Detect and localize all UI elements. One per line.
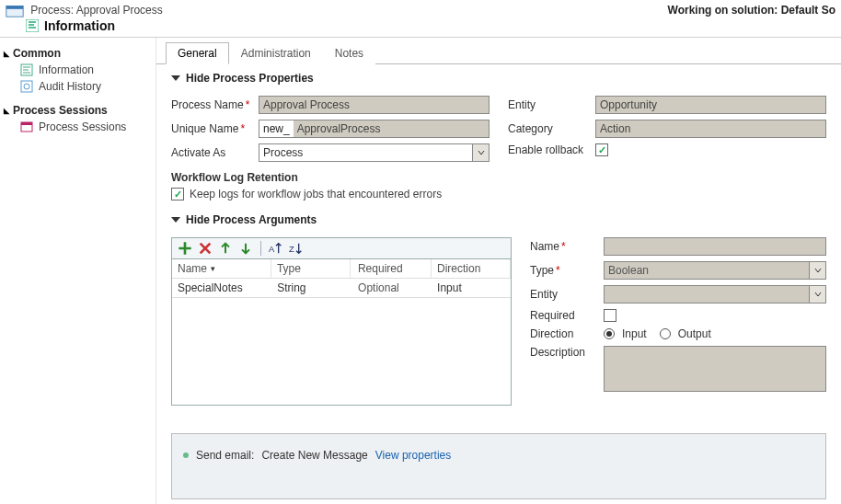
- tab-notes[interactable]: Notes: [323, 42, 375, 64]
- toggle-process-properties[interactable]: Hide Process Properties: [171, 72, 826, 85]
- chevron-down-icon: [809, 286, 825, 303]
- label-entity: Entity: [508, 98, 595, 111]
- label-category: Category: [508, 122, 595, 135]
- checkbox-enable-rollback[interactable]: [595, 143, 608, 156]
- sidebar-item-information[interactable]: Information: [4, 62, 152, 78]
- sidebar-section-sessions[interactable]: Process Sessions: [4, 104, 152, 117]
- svg-text:A: A: [269, 245, 275, 254]
- grid-header-type[interactable]: Type: [271, 259, 351, 278]
- grid-row[interactable]: SpecialNotes String Optional Input: [172, 279, 511, 298]
- svg-text:Z: Z: [289, 245, 294, 254]
- svg-rect-1: [6, 6, 23, 8]
- info-icon: [26, 19, 39, 32]
- toggle-process-arguments[interactable]: Hide Process Arguments: [171, 213, 826, 226]
- steps-panel[interactable]: Send email: Create New Message View prop…: [171, 433, 826, 499]
- move-up-button[interactable]: [218, 241, 233, 256]
- label-keep-logs: Keep logs for workflow jobs that encount…: [190, 188, 442, 200]
- grid-header-name[interactable]: Name: [172, 259, 271, 278]
- workflow-log-title: Workflow Log Retention: [171, 171, 826, 184]
- sort-desc-button[interactable]: Z: [289, 241, 304, 256]
- svg-rect-7: [21, 122, 32, 125]
- field-category: Action: [595, 120, 826, 138]
- arguments-grid[interactable]: Name Type Required Direction SpecialNote…: [171, 258, 512, 406]
- sidebar-item-process-sessions[interactable]: Process Sessions: [4, 119, 152, 135]
- sidebar-section-common[interactable]: Common: [4, 47, 152, 60]
- select-arg-type[interactable]: Boolean: [604, 261, 826, 280]
- step-prefix: Send email:: [196, 449, 254, 462]
- label-arg-direction: Direction: [530, 327, 604, 340]
- checkbox-keep-logs[interactable]: [171, 188, 184, 200]
- add-argument-button[interactable]: [178, 241, 192, 256]
- label-unique-name: Unique Name: [171, 122, 238, 135]
- label-process-name: Process Name: [171, 98, 244, 111]
- label-arg-description: Description: [530, 346, 604, 359]
- args-toolbar: A Z: [171, 237, 512, 258]
- audit-icon: [20, 80, 33, 93]
- radio-direction-output[interactable]: Output: [660, 327, 711, 340]
- view-properties-link[interactable]: View properties: [375, 449, 452, 462]
- label-arg-entity: Entity: [530, 288, 604, 301]
- chevron-down-icon: [809, 262, 825, 279]
- process-icon: [6, 4, 24, 18]
- checkbox-arg-required[interactable]: [604, 309, 616, 322]
- select-activate-as[interactable]: Process: [259, 143, 490, 162]
- tab-administration[interactable]: Administration: [229, 42, 323, 64]
- tab-general[interactable]: General: [166, 42, 229, 64]
- delete-argument-button[interactable]: [198, 241, 213, 256]
- step-row[interactable]: Send email: Create New Message View prop…: [183, 449, 814, 462]
- info-doc-icon: [20, 63, 33, 76]
- process-breadcrumb: Process: Approval Process: [6, 4, 163, 18]
- field-entity: Opportunity: [595, 96, 826, 114]
- label-arg-required: Required: [530, 309, 604, 322]
- textarea-arg-description[interactable]: [604, 346, 826, 392]
- radio-direction-input[interactable]: Input: [604, 327, 647, 340]
- step-title: Create New Message: [261, 449, 367, 462]
- page-title: Information: [44, 18, 115, 33]
- select-arg-entity[interactable]: [604, 285, 826, 304]
- grid-header-direction[interactable]: Direction: [432, 259, 511, 278]
- chevron-down-icon: [472, 144, 489, 161]
- move-down-button[interactable]: [238, 241, 253, 256]
- solution-label: Working on solution: Default So: [668, 4, 835, 37]
- label-enable-rollback: Enable rollback: [508, 143, 595, 156]
- svg-rect-2: [26, 19, 39, 32]
- field-process-name[interactable]: Approval Process: [259, 96, 490, 114]
- sessions-icon: [20, 120, 33, 133]
- field-unique-name[interactable]: ApprovalProcess: [294, 120, 490, 138]
- sort-asc-button[interactable]: A: [269, 241, 283, 256]
- label-activate-as: Activate As: [171, 146, 259, 159]
- step-bullet-icon: [183, 452, 189, 458]
- unique-name-prefix: new_: [259, 120, 294, 138]
- input-arg-name[interactable]: [604, 237, 826, 256]
- label-arg-type: Type: [530, 264, 554, 277]
- label-arg-name: Name: [530, 240, 559, 253]
- svg-rect-4: [21, 81, 32, 92]
- grid-header-required[interactable]: Required: [352, 259, 432, 278]
- sidebar-item-audit-history[interactable]: Audit History: [4, 78, 152, 95]
